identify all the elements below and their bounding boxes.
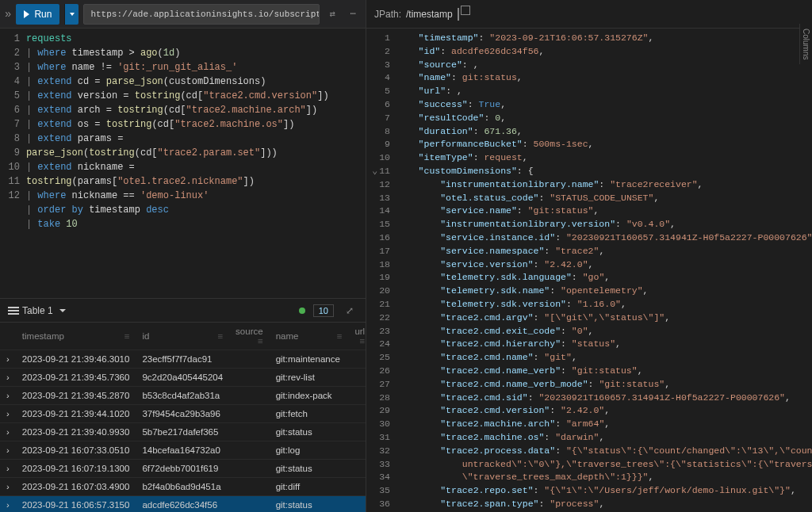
- left-panel: » Run https://ade.applicationinsights.io…: [0, 0, 366, 512]
- query-code[interactable]: requests| where timestamp > ago(1d)| whe…: [26, 29, 366, 298]
- table-row[interactable]: ›2023-09-21 16:06:57.3150adcdfe626dc34f5…: [0, 496, 366, 513]
- results-tab-label: Table 1: [22, 305, 53, 316]
- table-row[interactable]: ›2023-09-21 16:07:19.13006f72debb7001f61…: [0, 460, 366, 478]
- toolbar: » Run https://ade.applicationinsights.io…: [0, 0, 366, 29]
- results-panel: Table 1 10 ⤢ timestamp≡id≡source≡name≡ur…: [0, 298, 366, 512]
- json-body: "timestamp": "2023-09-21T16:06:57.315276…: [396, 29, 812, 512]
- column-header[interactable]: url≡: [348, 323, 366, 350]
- column-header[interactable]: name≡: [270, 323, 349, 350]
- query-editor[interactable]: 123456789101112 requests| where timestam…: [0, 29, 366, 298]
- copy-icon[interactable]: [458, 9, 470, 20]
- run-dropdown[interactable]: [64, 4, 79, 25]
- table-row[interactable]: ›2023-09-21 21:39:46.301023ecff5f7f7dac9…: [0, 350, 366, 369]
- table-row[interactable]: ›2023-09-21 21:39:45.2870b53c8cd4af2ab31…: [0, 387, 366, 405]
- chevron-down-icon: [56, 305, 66, 316]
- line-gutter: 123456789101112: [0, 29, 26, 298]
- column-header[interactable]: timestamp≡: [16, 323, 136, 350]
- columns-tab[interactable]: Columns: [799, 24, 812, 64]
- json-viewer[interactable]: 12345678910⌄1112131415161718192021222324…: [366, 29, 812, 512]
- connection-url[interactable]: https://ade.applicationinsights.io/subsc…: [83, 4, 320, 25]
- json-gutter: 12345678910⌄1112131415161718192021222324…: [366, 29, 396, 512]
- run-button[interactable]: Run: [16, 4, 59, 25]
- jpath-label: JPath:: [374, 9, 401, 20]
- expand-icon[interactable]: ⤢: [342, 303, 358, 319]
- jpath-value: /timestamp: [406, 9, 453, 20]
- results-grid[interactable]: timestamp≡id≡source≡name≡url≡ ›2023-09-2…: [0, 323, 366, 512]
- table-row[interactable]: ›2023-09-21 21:39:44.102037f9454ca29b3a9…: [0, 405, 366, 423]
- column-header[interactable]: id≡: [136, 323, 229, 350]
- jpath-bar: JPath: /timestamp ⋯: [366, 0, 812, 29]
- table-row[interactable]: ›2023-09-21 21:39:45.73609c2d20a40544520…: [0, 369, 366, 387]
- run-label: Run: [34, 9, 52, 20]
- format-icon[interactable]: ⇄: [324, 6, 340, 22]
- table-row[interactable]: ›2023-09-21 16:07:33.051014bcefaa164732a…: [0, 441, 366, 460]
- table-row[interactable]: ›2023-09-21 21:39:40.99305b7be217dafef36…: [0, 423, 366, 441]
- table-row[interactable]: ›2023-09-21 16:07:03.4900b2f4a0b6ad9d451…: [0, 478, 366, 496]
- column-header[interactable]: source≡: [229, 323, 270, 350]
- chevron-left-icon[interactable]: »: [5, 8, 11, 21]
- results-tab[interactable]: Table 1: [8, 305, 66, 316]
- right-panel: JPath: /timestamp ⋯ 12345678910⌄11121314…: [366, 0, 812, 512]
- results-header: Table 1 10 ⤢: [0, 299, 366, 323]
- status-success-icon: [299, 308, 305, 314]
- table-icon: [8, 307, 19, 315]
- play-icon: [24, 10, 29, 18]
- more-icon[interactable]: ⋯: [345, 6, 361, 22]
- row-count: 10: [313, 304, 334, 317]
